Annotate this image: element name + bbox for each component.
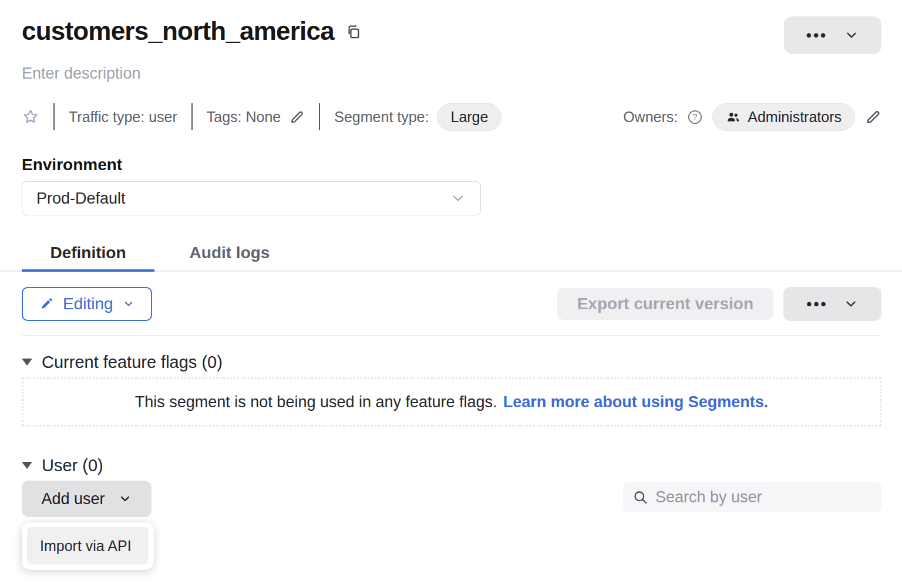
collapse-triangle-icon: [22, 462, 32, 469]
segment-type-badge: Large: [437, 103, 502, 131]
feature-flags-title: Current feature flags (0): [42, 353, 223, 372]
owners-value: Administrators: [748, 109, 842, 126]
tags-label: Tags: None: [207, 109, 281, 126]
search-icon: [632, 489, 648, 505]
user-search-box: [623, 482, 881, 512]
divider: [53, 103, 55, 130]
search-by-user-input[interactable]: [655, 488, 872, 506]
editing-label: Editing: [63, 295, 113, 313]
tab-audit-logs[interactable]: Audit logs: [165, 236, 294, 271]
add-user-button[interactable]: Add user: [22, 481, 152, 517]
divider: [319, 103, 320, 130]
add-user-label: Add user: [41, 490, 105, 508]
group-icon: [726, 110, 741, 124]
pencil-icon: [289, 109, 305, 125]
ellipsis-icon: •••: [806, 28, 827, 43]
user-section-header[interactable]: User (0): [22, 455, 881, 476]
page-header: customers_north_america •••: [22, 0, 881, 54]
divider: [191, 103, 193, 130]
tab-definition[interactable]: Definition: [22, 236, 154, 271]
pencil-filled-icon: [39, 297, 53, 311]
star-icon: [22, 108, 39, 126]
user-section-title: User (0): [42, 456, 103, 475]
definition-more-actions-button[interactable]: •••: [783, 287, 881, 321]
page-title: customers_north_america: [22, 16, 334, 46]
empty-message: This segment is not being used in any fe…: [135, 393, 497, 411]
user-actions-row: Add user Import via API: [22, 481, 881, 517]
owners-wrap: Owners: ? Administrators: [623, 103, 881, 131]
menu-item-import-via-api[interactable]: Import via API: [27, 527, 149, 565]
environment-select[interactable]: Prod-Default: [22, 181, 481, 215]
copy-icon: [346, 23, 362, 39]
title-wrap: customers_north_america: [22, 16, 362, 46]
divider: [22, 335, 881, 336]
traffic-type-label: Traffic type: user: [69, 109, 177, 126]
meta-row: Traffic type: user Tags: None Segment ty…: [22, 103, 881, 131]
learn-more-link[interactable]: Learn more about using Segments.: [503, 393, 769, 411]
edit-owners-button[interactable]: [864, 109, 881, 126]
chevron-down-icon: [118, 492, 132, 506]
chevron-down-icon: [843, 296, 859, 312]
environment-selected-value: Prod-Default: [36, 190, 126, 208]
header-more-actions-button[interactable]: •••: [784, 16, 881, 54]
edit-tags-button[interactable]: [289, 109, 305, 125]
tags-item: Tags: None: [207, 109, 305, 126]
favorite-star-button[interactable]: [22, 108, 39, 126]
owners-label: Owners:: [623, 109, 678, 126]
ellipsis-icon: •••: [806, 296, 827, 312]
chevron-down-icon: [450, 190, 466, 207]
chevron-down-icon: [123, 298, 134, 310]
svg-text:?: ?: [693, 112, 698, 121]
feature-flags-empty-state: This segment is not being used in any fe…: [22, 377, 881, 427]
copy-name-button[interactable]: [346, 23, 362, 39]
help-question-icon[interactable]: ?: [687, 109, 703, 125]
tab-bar: Definition Audit logs: [0, 236, 902, 272]
add-user-wrap: Add user Import via API: [22, 481, 152, 517]
add-user-dropdown-menu: Import via API: [22, 522, 154, 570]
toolbar-right: Export current version •••: [557, 287, 881, 321]
editing-status-button[interactable]: Editing: [22, 287, 152, 321]
segment-type-label: Segment type:: [334, 109, 429, 126]
definition-toolbar: Editing Export current version •••: [22, 287, 881, 321]
environment-label: Environment: [22, 156, 881, 174]
segment-type-item: Segment type: Large: [334, 103, 502, 131]
collapse-triangle-icon: [22, 359, 32, 366]
segment-detail-page: customers_north_america ••• Enter descri…: [0, 0, 902, 517]
owners-badge[interactable]: Administrators: [712, 103, 855, 131]
feature-flags-section-header[interactable]: Current feature flags (0): [22, 352, 881, 373]
export-version-button[interactable]: Export current version: [557, 288, 773, 320]
chevron-down-icon: [844, 28, 859, 43]
description-placeholder[interactable]: Enter description: [22, 65, 881, 83]
pencil-icon: [864, 109, 881, 126]
